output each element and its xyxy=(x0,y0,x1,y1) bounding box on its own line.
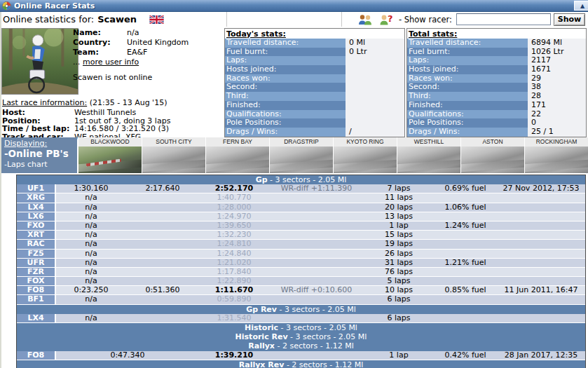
laptime-cell: 1:39.210 xyxy=(199,351,269,360)
section-name: Gp xyxy=(256,175,268,184)
wrdiff-cell xyxy=(269,203,364,212)
fuel-cell xyxy=(434,231,497,240)
displaying-online-pbs: -Online PB's xyxy=(4,148,77,160)
stat-label: Drags / Wins: xyxy=(225,128,346,137)
laptime-cell: 1:24.840 xyxy=(199,250,269,259)
laptime-cell: 1:40.770 xyxy=(199,193,269,203)
displaying-link[interactable]: Displaying: xyxy=(4,139,47,148)
track-thumb-south-city[interactable]: SOUTH CITY xyxy=(142,137,205,173)
stat-label: Laps: xyxy=(407,56,528,65)
wrdiff-cell xyxy=(269,250,364,259)
car-cell[interactable]: FOX xyxy=(17,277,56,286)
wrdiff-cell: WR-diff +1:11.390 xyxy=(269,184,364,193)
stat-label: Hosts joined: xyxy=(407,65,528,74)
pb-row: FO80:47.3401:39.2101 lap0.42% fuel28 Jan… xyxy=(17,351,585,360)
stat-label: Finished: xyxy=(407,101,528,110)
split1-cell: 0:47.340 xyxy=(56,351,199,360)
pb-row: FOXn/a1:22.8905 laps xyxy=(17,277,585,286)
section-header: Historic - 3 sectors - 2.05 Ml xyxy=(17,323,585,332)
country-label: Country: xyxy=(73,38,127,47)
stat-row: Laps: xyxy=(225,56,404,65)
stat-value: 0 xyxy=(528,118,586,128)
pb-row: FZRn/a1:17.84076 laps xyxy=(17,268,585,277)
car-cell[interactable]: BF1 xyxy=(17,295,56,304)
track-thumb-rockingham[interactable]: ROCKINGHAM xyxy=(525,137,588,173)
stat-label: Qualifications: xyxy=(407,110,528,119)
pb-row: XRTn/a1:32.23015 laps xyxy=(17,231,585,240)
stat-label: Hosts joined: xyxy=(225,65,346,74)
split1-cell: n/a xyxy=(56,277,126,286)
track-thumb-kyoto-ring[interactable]: KYOTO RING xyxy=(334,137,397,173)
show-racer-input[interactable] xyxy=(456,13,551,25)
laptime-cell: 0:59.890 xyxy=(199,295,269,304)
split2-cell xyxy=(126,203,199,212)
laptime-cell: 1:21.020 xyxy=(199,259,269,268)
car-cell[interactable]: FXO xyxy=(17,222,56,231)
track-thumb-fern-bay[interactable]: FERN BAY xyxy=(206,137,269,173)
split2-cell xyxy=(126,231,199,240)
wrdiff-cell xyxy=(269,351,364,360)
stat-row: Finished:171 xyxy=(407,101,586,110)
laptime-cell: 1:39.650 xyxy=(199,222,269,231)
date-cell xyxy=(497,222,585,231)
car-cell[interactable]: FO8 xyxy=(17,286,56,295)
stat-label: Third: xyxy=(407,92,528,101)
car-cell[interactable]: FZR xyxy=(17,268,56,277)
split1-cell: n/a xyxy=(56,250,126,259)
fuel-cell: 0.85% fuel xyxy=(434,286,497,295)
car-cell[interactable]: LX4 xyxy=(17,203,56,212)
laps-cell: 19 laps xyxy=(364,240,434,249)
track-thumb-dragstrip[interactable]: DRAGSTRIP xyxy=(270,137,333,173)
car-cell[interactable]: XRT xyxy=(17,231,56,240)
ellipsis: ... xyxy=(73,57,81,67)
section-name: Rallyx Rev xyxy=(239,360,285,368)
track-label: WESTHILL xyxy=(397,137,460,146)
stat-row: Fuel burnt:1026 Ltr xyxy=(407,48,586,57)
track-thumb-blackwood[interactable]: BLACKWOOD xyxy=(78,137,142,173)
track-thumb-aston[interactable]: ASTON xyxy=(461,137,524,173)
more-user-info-link[interactable]: more user info xyxy=(83,57,139,67)
stat-label: Travelled distance: xyxy=(225,39,346,48)
profile-info: Name: n/a Country: United Kingdom Team: … xyxy=(73,28,223,67)
car-cell[interactable]: FO8 xyxy=(17,351,56,360)
fuel-cell xyxy=(434,295,497,304)
split2-cell xyxy=(126,222,199,231)
statistics-for-label: Online statistics for: xyxy=(3,14,94,25)
track-image xyxy=(397,146,460,173)
stat-value xyxy=(346,118,404,128)
car-cell[interactable]: LX4 xyxy=(17,314,56,323)
fuel-cell: 1.24% fuel xyxy=(434,222,497,231)
stat-value: 28 xyxy=(528,92,586,101)
split1-cell: n/a xyxy=(56,314,126,323)
track-thumb-westhill[interactable]: WESTHILL xyxy=(397,137,460,173)
car-cell[interactable]: UF1 xyxy=(17,184,56,193)
split2-cell xyxy=(126,259,199,268)
split1-cell: n/a xyxy=(56,212,126,222)
car-cell[interactable]: XRG xyxy=(17,193,56,203)
stat-value xyxy=(346,83,404,92)
last-race-row: Time / best lap:14:16.580 / 3:21.520 (3) xyxy=(2,125,223,133)
window-restore-icon[interactable]: ▲ xyxy=(574,1,588,11)
laptime-cell: 1:28.000 xyxy=(199,203,269,212)
stat-label: Pole Positions: xyxy=(407,118,528,128)
pb-row: XRGn/a1:40.77011 laps xyxy=(17,193,585,203)
laptime-cell: 1:24.970 xyxy=(199,212,269,222)
stat-value xyxy=(346,74,404,83)
car-cell[interactable]: RAC xyxy=(17,240,56,249)
stat-label: Laps: xyxy=(225,56,346,65)
car-cell[interactable]: UFR xyxy=(17,259,56,268)
car-cell[interactable]: LX6 xyxy=(17,212,56,222)
stat-row: Races won:29 xyxy=(407,74,586,83)
track-image xyxy=(525,146,588,173)
fuel-cell xyxy=(434,193,497,203)
team-label: Team: xyxy=(73,48,127,57)
last-race-row: Host:Westhill Tunnels xyxy=(2,109,223,117)
divider xyxy=(341,12,342,27)
track-image xyxy=(78,146,142,173)
last-race-link[interactable]: Last race information: xyxy=(2,98,87,107)
split1-cell: n/a xyxy=(56,259,126,268)
show-button[interactable]: Show xyxy=(554,13,585,26)
laptime-cell: 1:32.230 xyxy=(199,231,269,240)
car-cell[interactable]: FZ5 xyxy=(17,250,56,259)
wrdiff-cell xyxy=(269,231,364,240)
